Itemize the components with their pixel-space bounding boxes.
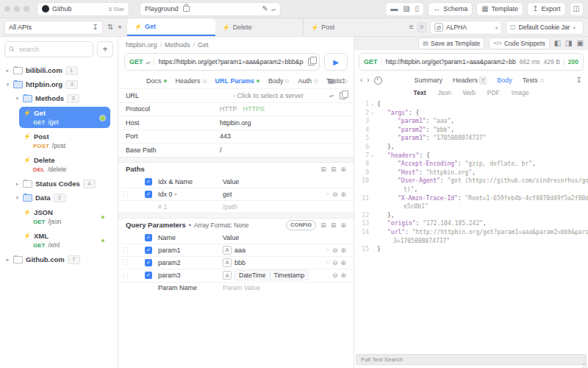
phone-icon[interactable]: ▯ bbox=[415, 5, 420, 13]
tab-body[interactable]: Body bbox=[268, 77, 290, 85]
port-value[interactable]: 443 bbox=[220, 132, 231, 140]
workspace-select[interactable]: Github 5 Star bbox=[37, 2, 129, 16]
fold-caret-icon[interactable]: ▾ bbox=[369, 109, 376, 118]
path-row-value[interactable]: get bbox=[223, 191, 232, 198]
row-checkbox[interactable] bbox=[145, 191, 152, 198]
code-snippets-button[interactable]: </> Code Snippets bbox=[489, 38, 549, 49]
add-row-icon[interactable]: ⊕ bbox=[340, 247, 346, 254]
add-row-icon[interactable]: ⊕ bbox=[340, 272, 346, 279]
add-row-icon[interactable]: ⊞ bbox=[331, 222, 337, 229]
template-button[interactable]: ▦ Template bbox=[476, 2, 523, 16]
subtab-text[interactable]: Text bbox=[414, 89, 426, 96]
add-row-icon[interactable]: ⊞ bbox=[331, 166, 337, 173]
tab-docs[interactable]: Docs bbox=[146, 77, 167, 85]
sidebar-item-data[interactable]: ▾Data2 bbox=[0, 191, 118, 204]
request-url-input[interactable] bbox=[157, 57, 305, 66]
drag-handle-icon[interactable]: ⋮⋮ bbox=[121, 272, 128, 279]
breadcrumb-request[interactable]: Get bbox=[198, 41, 209, 49]
toggle-panel-button[interactable]: ◫ bbox=[570, 2, 584, 16]
desktop-icon[interactable]: ▬ bbox=[390, 5, 398, 13]
project-tab[interactable]: Playground ✎ ▴▾ bbox=[140, 2, 281, 16]
tab-auth[interactable]: Auth bbox=[298, 77, 318, 85]
drag-handle-icon[interactable]: ⋮⋮ bbox=[121, 191, 128, 197]
type-badge[interactable]: A bbox=[223, 246, 232, 255]
server-select[interactable]: - Click to select a server ▴▾ bbox=[233, 92, 334, 99]
method-select[interactable]: GET bbox=[129, 58, 143, 66]
environment-select[interactable]: @ ALPHA ▾ bbox=[430, 21, 502, 35]
select-all-checkbox[interactable] bbox=[145, 178, 152, 185]
share-icon[interactable]: ↥ bbox=[340, 77, 346, 85]
sidebar-item-xml[interactable]: ⚡XMLGET/xml bbox=[19, 230, 110, 251]
edit-icon[interactable]: ✎ bbox=[262, 5, 268, 13]
chevron-right-icon[interactable]: ▸ bbox=[5, 257, 10, 263]
tab-summary[interactable]: Summary bbox=[415, 77, 443, 84]
open-tab-get[interactable]: ⚡ Get bbox=[127, 18, 215, 36]
history-forward-icon[interactable]: › bbox=[367, 77, 369, 84]
param-name[interactable]: param1 bbox=[158, 247, 223, 254]
save-as-template-button[interactable]: ▤ Save as Template bbox=[418, 38, 484, 49]
sidebar-item-status-codes[interactable]: ▸Status Codes4 bbox=[0, 177, 118, 190]
bulk-edit-icon[interactable]: ⊞ bbox=[320, 222, 326, 229]
download-icon[interactable]: ↧ bbox=[576, 77, 582, 84]
protocol-https-option[interactable]: HTTPS bbox=[243, 105, 265, 113]
drag-handle-icon[interactable]: ⋮⋮ bbox=[121, 259, 128, 266]
add-row-icon[interactable]: ⊕ bbox=[340, 259, 346, 266]
breadcrumb-folder[interactable]: Methods bbox=[165, 41, 190, 49]
subtab-pdf[interactable]: PDF bbox=[487, 89, 500, 96]
search-input[interactable] bbox=[18, 45, 72, 54]
export-button[interactable]: ↥ Export bbox=[527, 2, 565, 16]
sidebar-item-bilibili-com[interactable]: ▸bilibili.com1 bbox=[0, 64, 118, 77]
tab-resp-headers[interactable]: Headers7 bbox=[453, 77, 487, 84]
param-name[interactable]: param3 bbox=[158, 272, 223, 279]
sidebar-item-post[interactable]: ⚡PostPOST/post bbox=[19, 130, 110, 152]
sidebar-item-json[interactable]: ⚡JSONGET/json bbox=[19, 206, 110, 227]
row-checkbox[interactable] bbox=[145, 272, 152, 279]
subtab-json[interactable]: Json bbox=[437, 89, 451, 96]
tab-resp-tests[interactable]: Tests bbox=[523, 77, 544, 84]
layout-full-icon[interactable]: ▣ bbox=[577, 40, 584, 47]
tablet-icon[interactable]: ▨ bbox=[403, 5, 409, 13]
param-value[interactable]: bbb bbox=[234, 259, 245, 266]
path-row-name[interactable]: Idx 0 bbox=[158, 191, 173, 198]
chevron-right-icon[interactable]: ▸ bbox=[15, 181, 20, 187]
remove-row-icon[interactable]: ⊖ bbox=[332, 259, 338, 266]
open-tab-post[interactable]: ⚡ Post bbox=[303, 18, 392, 36]
expand-icon[interactable]: ▴▾ bbox=[271, 7, 276, 12]
fold-caret-icon[interactable]: ▾ bbox=[369, 152, 376, 160]
array-format-label[interactable]: Array Format: None bbox=[194, 222, 249, 229]
open-tab-delete[interactable]: ⚡ Delete bbox=[215, 18, 304, 36]
config-button[interactable]: CONFIG bbox=[286, 220, 316, 230]
add-row-icon[interactable]: ⊕ bbox=[340, 191, 346, 198]
cookie-jar-select[interactable]: ▢ Default Cookie Jar ▾ bbox=[506, 21, 584, 35]
add-api-button[interactable]: + bbox=[97, 41, 113, 57]
path-ghost-value[interactable]: /path bbox=[223, 203, 346, 210]
search-box[interactable] bbox=[4, 41, 93, 57]
sidebar-item-httpbin-org[interactable]: ▾httpbin.org3 bbox=[0, 78, 118, 91]
select-all-checkbox[interactable] bbox=[145, 234, 152, 241]
param-value[interactable]: aaa bbox=[234, 247, 245, 254]
type-badge[interactable]: A bbox=[223, 258, 232, 267]
timestamp-value-field[interactable]: DateTime Timestamp bbox=[234, 270, 309, 280]
chevron-down-icon[interactable]: ▾ bbox=[15, 96, 20, 102]
host-value[interactable]: httpbin.org bbox=[220, 119, 251, 127]
window-controls[interactable] bbox=[4, 6, 29, 12]
copy-icon[interactable] bbox=[308, 58, 315, 66]
api-filter-select[interactable]: All APIs ↧ bbox=[4, 21, 103, 35]
history-back-icon[interactable]: ‹ bbox=[360, 77, 362, 84]
full-text-search-input[interactable] bbox=[359, 355, 583, 364]
row-checkbox[interactable] bbox=[145, 247, 152, 254]
send-button[interactable]: ▶ bbox=[324, 53, 348, 71]
add-circle-icon[interactable]: ⊕ bbox=[340, 222, 346, 229]
tab-url-params[interactable]: URL Params bbox=[215, 77, 259, 85]
list-menu-icon[interactable]: ≡ bbox=[409, 24, 414, 31]
sidebar-item-github-com[interactable]: ▸Github.com7 bbox=[0, 253, 118, 266]
protocol-http-option[interactable]: HTTP bbox=[220, 105, 237, 113]
drag-handle-icon[interactable]: ⋮⋮ bbox=[121, 247, 128, 253]
schema-button[interactable]: ↔ Schema bbox=[428, 2, 473, 16]
type-badge[interactable]: A bbox=[223, 271, 232, 280]
response-url[interactable]: http://httpbin.org/get?param1=aaa&param2… bbox=[386, 58, 516, 66]
locate-icon[interactable]: ⌖ bbox=[118, 24, 122, 31]
subtab-web[interactable]: Web bbox=[462, 89, 475, 96]
add-circle-icon[interactable]: ⊕ bbox=[340, 166, 346, 173]
full-text-search-bar[interactable] bbox=[356, 354, 587, 365]
